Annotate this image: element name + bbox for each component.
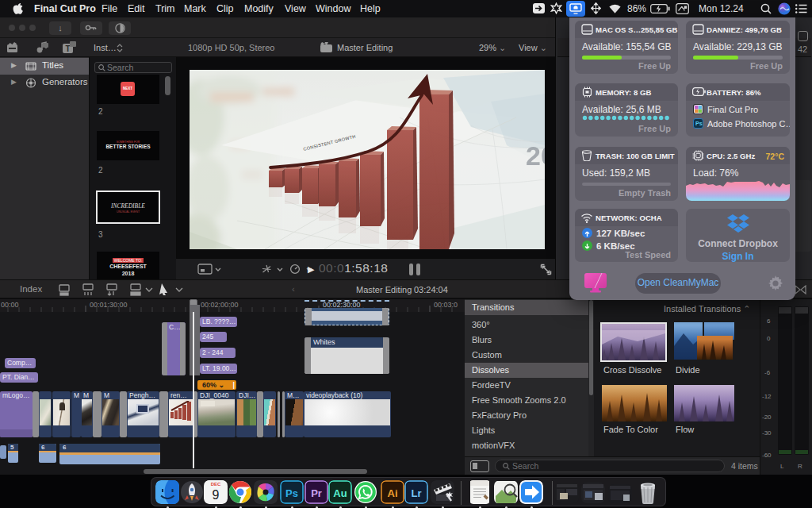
- svg-text:9: 9: [213, 488, 220, 502]
- svg-text:T: T: [65, 44, 70, 53]
- svg-text:Ai: Ai: [388, 487, 398, 499]
- svg-text:Ps: Ps: [285, 487, 298, 499]
- svg-text:Lr: Lr: [412, 487, 422, 499]
- svg-text:20: 20: [526, 140, 545, 171]
- svg-text:Au: Au: [333, 487, 347, 499]
- svg-text:DEC: DEC: [211, 482, 221, 487]
- svg-text:Pr: Pr: [311, 487, 322, 499]
